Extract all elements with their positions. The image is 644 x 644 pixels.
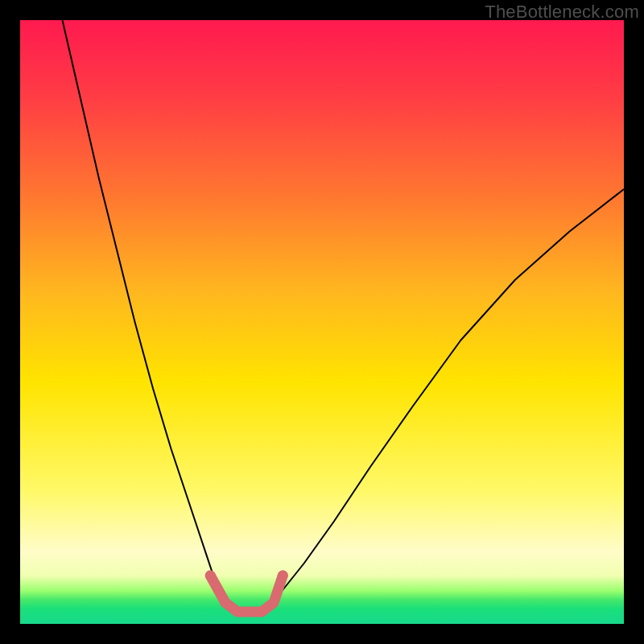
plot-area [20,20,624,624]
series-trough-marker-dot [205,571,216,581]
curves-svg [20,20,624,624]
watermark-text: TheBottleneck.com [485,2,639,23]
series-trough-marker [210,576,283,612]
chart-frame: TheBottleneck.com [0,0,644,644]
series-left-branch [63,20,238,612]
series-trough-marker-dot [278,571,288,581]
series-right-branch [262,189,624,612]
